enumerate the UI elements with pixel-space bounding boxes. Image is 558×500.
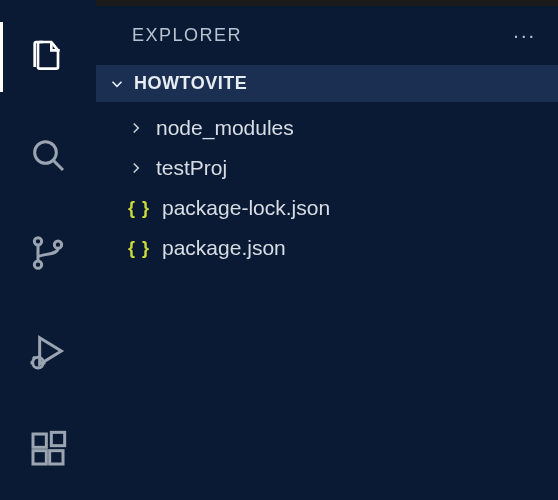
explorer-title: EXPLORER — [132, 25, 242, 46]
debug-icon — [28, 331, 68, 371]
search-icon — [28, 135, 68, 175]
workspace-name: HOWTOVITE — [134, 73, 247, 94]
svg-point-2 — [34, 238, 41, 245]
activity-debug[interactable] — [0, 316, 96, 386]
svg-line-9 — [33, 357, 35, 359]
tree-file[interactable]: { } package-lock.json — [96, 188, 558, 228]
branch-icon — [28, 233, 68, 273]
activity-search[interactable] — [0, 120, 96, 190]
svg-rect-13 — [51, 432, 64, 445]
svg-point-4 — [54, 241, 61, 248]
tree-item-label: package-lock.json — [162, 196, 330, 220]
tree-item-label: package.json — [162, 236, 286, 260]
files-icon — [28, 37, 68, 77]
json-file-icon: { } — [126, 198, 152, 219]
tree-item-label: node_modules — [156, 116, 294, 140]
svg-line-1 — [54, 161, 63, 170]
tree-folder[interactable]: testProj — [96, 148, 558, 188]
svg-point-3 — [34, 261, 41, 268]
explorer-header: EXPLORER ··· — [96, 12, 558, 65]
extensions-icon — [28, 429, 68, 469]
svg-rect-10 — [33, 434, 46, 447]
tree-item-label: testProj — [156, 156, 227, 180]
file-tree: node_modules testProj { } package-lock.j… — [96, 102, 558, 268]
explorer-sidebar: EXPLORER ··· HOWTOVITE node_modules test… — [96, 0, 558, 500]
chevron-right-icon — [126, 159, 146, 177]
chevron-down-icon — [108, 75, 126, 93]
chevron-right-icon — [126, 119, 146, 137]
tree-file[interactable]: { } package.json — [96, 228, 558, 268]
tree-folder[interactable]: node_modules — [96, 108, 558, 148]
svg-rect-12 — [50, 451, 63, 464]
json-file-icon: { } — [126, 238, 152, 259]
svg-rect-11 — [33, 451, 46, 464]
activity-explorer[interactable] — [0, 22, 96, 92]
svg-point-0 — [35, 142, 57, 164]
explorer-more-button[interactable]: ··· — [513, 24, 536, 47]
activity-source-control[interactable] — [0, 218, 96, 288]
activity-bar — [0, 0, 96, 500]
activity-extensions[interactable] — [0, 414, 96, 484]
workspace-section-header[interactable]: HOWTOVITE — [96, 65, 558, 102]
